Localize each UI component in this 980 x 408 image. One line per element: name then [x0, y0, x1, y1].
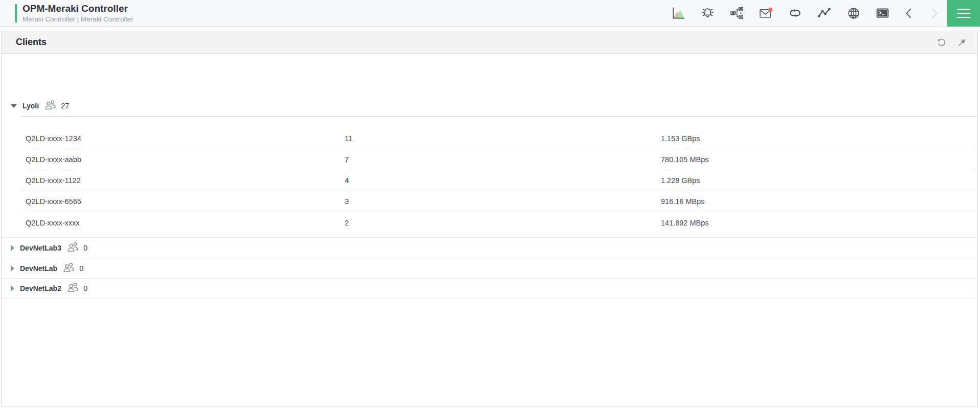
- client-usage: 1.153 GBps: [661, 134, 977, 143]
- client-usage: 916.16 MBps: [661, 197, 977, 206]
- clients-table: Q2LD-xxxx-1234 11 1.153 GBps Q2LD-xxxx-a…: [20, 116, 977, 233]
- collapsed-group-list: DevNetLab3 0 DevNetLab: [2, 237, 977, 299]
- table-row[interactable]: Q2LD-xxxx-6565 3 916.16 MBps: [20, 191, 977, 212]
- terminal-icon[interactable]: [876, 6, 889, 20]
- page-subtitle: Meraki Controller | Meraki Controller: [23, 15, 133, 23]
- client-usage: 1.228 GBps: [661, 176, 977, 185]
- widget-actions: [937, 37, 967, 48]
- group-count: 0: [83, 244, 87, 252]
- users-icon: [44, 100, 56, 112]
- table-header-pad: [20, 117, 977, 128]
- group-name: Lyoli: [23, 102, 39, 110]
- client-name: Q2LD-xxxx-6565: [26, 197, 345, 206]
- users-icon: [63, 262, 75, 275]
- area-chart-icon[interactable]: [672, 6, 685, 20]
- group-count: 0: [79, 264, 83, 273]
- group-name: DevNetLab: [20, 264, 57, 273]
- client-name: Q2LD-xxxx-xxxx: [26, 219, 345, 227]
- client-usage: 141.892 MBps: [661, 219, 977, 227]
- mail-unread-icon[interactable]: [759, 6, 773, 20]
- table-row[interactable]: Q2LD-xxxx-1122 4 1.228 GBps: [20, 170, 977, 191]
- refresh-icon[interactable]: [937, 37, 947, 48]
- users-icon: [67, 242, 79, 254]
- table-row[interactable]: Q2LD-xxxx-aabb 7 780.105 MBps: [20, 149, 977, 170]
- group-row-lyoli[interactable]: Lyoli 27: [2, 96, 977, 116]
- link-loop-icon[interactable]: [788, 6, 802, 20]
- spacer: [2, 54, 977, 96]
- device-titles: OPM-Meraki Controller Meraki Controller …: [23, 3, 133, 23]
- client-usage: 780.105 MBps: [661, 155, 977, 164]
- app-header: OPM-Meraki Controller Meraki Controller …: [0, 0, 980, 27]
- group-count: 0: [83, 284, 87, 292]
- group-name: DevNetLab2: [20, 284, 61, 292]
- client-count: 7: [345, 155, 661, 164]
- group-count: 27: [61, 102, 69, 110]
- page-title: OPM-Meraki Controller: [23, 3, 133, 14]
- group-row-devnetlab3[interactable]: DevNetLab3 0: [2, 237, 977, 258]
- chevron-left-icon[interactable]: [905, 6, 914, 20]
- status-accent-bar: [15, 4, 17, 22]
- clients-widget-body: Lyoli 27 Q2LD-xxxx-1234 11 1.153 GBps Q2…: [2, 54, 977, 299]
- client-count: 11: [345, 134, 661, 143]
- table-row[interactable]: Q2LD-xxxx-1234 11 1.153 GBps: [20, 128, 977, 149]
- client-count: 3: [345, 197, 661, 206]
- workflow-icon[interactable]: [730, 6, 744, 20]
- clients-widget-header: Clients: [2, 31, 977, 54]
- pin-icon[interactable]: [957, 37, 967, 48]
- client-name: Q2LD-xxxx-aabb: [26, 155, 345, 164]
- client-name: Q2LD-xxxx-1122: [26, 176, 345, 185]
- line-graph-icon[interactable]: [817, 6, 831, 20]
- hamburger-menu-button[interactable]: [947, 0, 980, 27]
- caret-down-icon[interactable]: [11, 104, 17, 108]
- users-icon: [67, 282, 79, 294]
- table-row[interactable]: Q2LD-xxxx-xxxx 2 141.892 MBps: [20, 212, 977, 233]
- group-name: DevNetLab3: [20, 244, 61, 252]
- caret-right-icon[interactable]: [11, 245, 14, 251]
- group-row-devnetlab2[interactable]: DevNetLab2 0: [2, 278, 977, 299]
- clients-widget: Clients Lyoli: [1, 31, 978, 406]
- header-toolbar: [672, 6, 947, 20]
- client-count: 4: [345, 176, 661, 185]
- widget-title: Clients: [16, 37, 47, 48]
- alarm-bell-icon[interactable]: [701, 6, 715, 20]
- client-name: Q2LD-xxxx-1234: [26, 134, 345, 143]
- caret-right-icon[interactable]: [11, 265, 14, 271]
- client-count: 2: [345, 219, 661, 227]
- chevron-right-icon[interactable]: [929, 6, 939, 20]
- globe-icon[interactable]: [847, 6, 860, 20]
- caret-right-icon[interactable]: [11, 285, 14, 291]
- group-row-devnetlab[interactable]: DevNetLab 0: [2, 258, 977, 278]
